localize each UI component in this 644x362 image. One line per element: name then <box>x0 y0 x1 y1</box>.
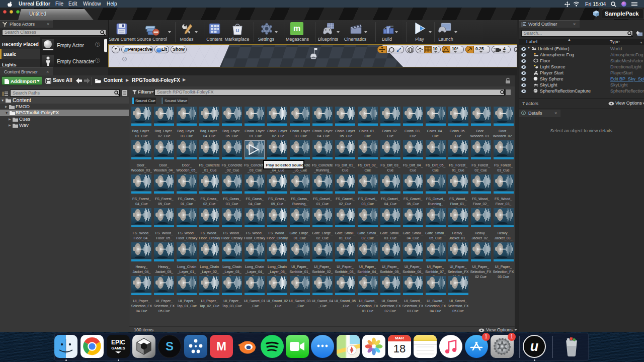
svg-text:U: U <box>236 28 239 33</box>
svg-text:u: u <box>530 339 539 354</box>
svg-text:3D: 3D <box>350 349 354 352</box>
